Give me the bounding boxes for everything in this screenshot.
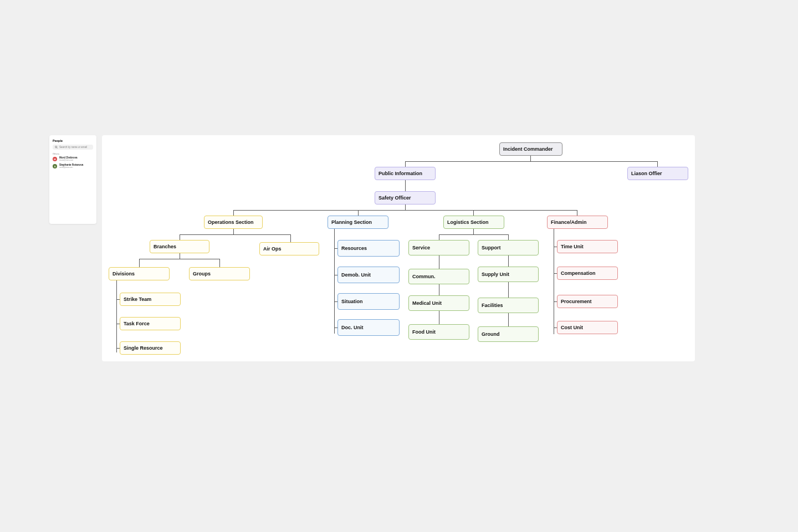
node-liaison-officer[interactable]: Liason Offier [627, 167, 688, 180]
node-food-unit[interactable]: Food Unit [408, 324, 469, 340]
node-operations-section[interactable]: Operations Section [204, 216, 263, 229]
node-finance-admin[interactable]: Finance/Admin [547, 216, 608, 229]
node-incident-commander[interactable]: Incident Commander [499, 142, 562, 156]
person-meta: Mord Zimbrova mzos@mira.xzn [59, 157, 78, 162]
connector [439, 234, 508, 235]
connector [508, 313, 509, 326]
avatar: M [53, 157, 57, 161]
node-compensation[interactable]: Compensation [557, 267, 618, 280]
connector [290, 234, 291, 242]
person-row[interactable]: S Stephanie Rotanova sert3@mira.xzn [53, 164, 93, 169]
node-service[interactable]: Service [408, 240, 469, 255]
node-branches[interactable]: Branches [150, 240, 209, 253]
connector [180, 234, 290, 235]
svg-line-1 [57, 147, 57, 148]
connector [180, 234, 180, 240]
node-ground[interactable]: Ground [478, 326, 539, 342]
connector [554, 229, 554, 334]
connector [439, 234, 439, 240]
person-email: mzos@mira.xzn [59, 160, 78, 162]
connector [439, 284, 439, 295]
node-logistics-section[interactable]: Logistics Section [443, 216, 504, 229]
node-safety-officer[interactable]: Safety Officer [375, 191, 436, 204]
node-task-force[interactable]: Task Force [120, 317, 181, 330]
node-groups[interactable]: Groups [189, 267, 250, 280]
search-icon [55, 146, 58, 149]
connector [334, 229, 335, 334]
connector [508, 282, 509, 298]
node-time-unit[interactable]: Time Unit [557, 240, 618, 253]
org-chart-canvas[interactable]: Incident Commander Public Information Li… [102, 135, 695, 361]
connector [139, 259, 219, 259]
connector [577, 210, 577, 216]
node-supply-unit[interactable]: Supply Unit [478, 267, 539, 282]
node-strike-team[interactable]: Strike Team [120, 293, 181, 306]
connector [405, 161, 657, 162]
node-single-resource[interactable]: Single Resource [120, 341, 181, 355]
search-field[interactable] [53, 145, 93, 150]
search-input[interactable] [59, 146, 91, 149]
person-row[interactable]: M Mord Zimbrova mzos@mira.xzn [53, 157, 93, 162]
connector [358, 210, 359, 216]
node-support[interactable]: Support [478, 240, 539, 255]
node-air-ops[interactable]: Air Ops [259, 242, 319, 255]
connector [233, 210, 234, 216]
connector [530, 156, 531, 161]
connector [405, 161, 406, 167]
connector [657, 161, 658, 167]
node-public-information[interactable]: Public Information [375, 167, 436, 180]
people-panel: People Others M Mord Zimbrova mzos@mira.… [49, 135, 96, 224]
connector [439, 311, 439, 324]
connector [473, 229, 474, 234]
node-divisions[interactable]: Divisions [109, 267, 170, 280]
connector [180, 253, 180, 259]
connector [139, 259, 140, 267]
node-doc-unit[interactable]: Doc. Unit [337, 319, 400, 336]
person-meta: Stephanie Rotanova sert3@mira.xzn [59, 164, 83, 169]
connector [508, 234, 509, 240]
people-title: People [53, 139, 93, 142]
node-facilities[interactable]: Facilities [478, 298, 539, 313]
avatar: S [53, 164, 57, 168]
connector [405, 204, 406, 210]
connector [405, 180, 406, 191]
node-planning-section[interactable]: Planning Section [328, 216, 388, 229]
node-demob-unit[interactable]: Demob. Unit [337, 267, 400, 283]
connector [116, 280, 117, 352]
node-cost-unit[interactable]: Cost Unit [557, 321, 618, 334]
connector [439, 255, 439, 269]
node-medical-unit[interactable]: Medical Unit [408, 295, 469, 311]
stage: People Others M Mord Zimbrova mzos@mira.… [0, 0, 798, 532]
person-email: sert3@mira.xzn [59, 167, 83, 169]
connector [233, 210, 577, 211]
connector [473, 210, 474, 216]
connector [233, 229, 234, 234]
node-resources[interactable]: Resources [337, 240, 400, 257]
node-procurement[interactable]: Procurement [557, 295, 618, 308]
connector [508, 255, 509, 267]
connector [219, 259, 220, 267]
node-situation[interactable]: Situation [337, 293, 400, 310]
people-section-label: Others [53, 152, 93, 155]
svg-point-0 [55, 146, 57, 148]
node-commun[interactable]: Commun. [408, 269, 469, 284]
